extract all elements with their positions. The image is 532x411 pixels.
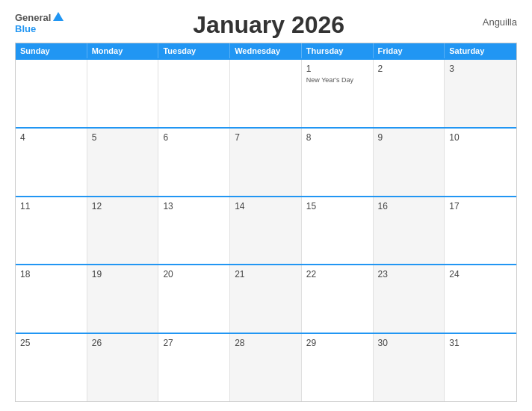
day-number: 3 xyxy=(449,64,512,74)
day-header-friday: Friday xyxy=(374,43,445,58)
day-cell: 15 xyxy=(302,197,374,265)
day-cell: 20 xyxy=(158,265,230,333)
week-row-1: 1New Year's Day23 xyxy=(16,58,516,127)
page: General Blue January 2026 Anguilla Sunda… xyxy=(0,0,532,411)
day-cell: 19 xyxy=(87,265,159,333)
day-number: 22 xyxy=(306,269,368,279)
day-header-sunday: Sunday xyxy=(16,43,87,58)
day-cell: 3 xyxy=(445,60,516,127)
day-number: 12 xyxy=(92,201,154,211)
day-cell: 6 xyxy=(158,129,230,196)
day-cell: 8 xyxy=(302,129,374,196)
day-number: 2 xyxy=(378,64,440,74)
day-cell: 30 xyxy=(374,334,445,401)
day-cell: 12 xyxy=(87,197,159,265)
week-row-4: 18192021222324 xyxy=(16,264,516,333)
day-cell: 16 xyxy=(374,197,445,265)
day-cell: 10 xyxy=(445,129,516,196)
day-number: 7 xyxy=(235,132,297,143)
day-cell: 23 xyxy=(374,265,445,333)
day-number: 5 xyxy=(92,132,154,143)
calendar: SundayMondayTuesdayWednesdayThursdayFrid… xyxy=(15,43,517,402)
logo-blue: Blue xyxy=(15,24,36,34)
day-cell: 25 xyxy=(16,334,87,401)
day-cell: 7 xyxy=(230,129,302,196)
day-cell: 29 xyxy=(302,334,374,401)
day-cell: 9 xyxy=(374,129,445,196)
day-number: 9 xyxy=(378,132,440,143)
logo-icon xyxy=(52,10,65,24)
day-cell: 31 xyxy=(445,334,516,401)
day-number: 8 xyxy=(306,132,368,143)
day-number: 15 xyxy=(306,201,368,211)
day-cell xyxy=(230,60,302,127)
day-headers: SundayMondayTuesdayWednesdayThursdayFrid… xyxy=(16,43,516,58)
day-cell: 4 xyxy=(16,129,87,196)
day-number: 4 xyxy=(20,132,82,143)
week-row-5: 25262728293031 xyxy=(16,333,516,401)
day-cell: 1New Year's Day xyxy=(302,60,374,127)
day-number: 30 xyxy=(378,338,440,348)
day-number: 31 xyxy=(449,338,512,348)
day-number: 21 xyxy=(235,269,297,279)
day-header-tuesday: Tuesday xyxy=(158,43,230,58)
day-cell xyxy=(158,60,230,127)
day-number: 27 xyxy=(163,338,225,348)
day-number: 14 xyxy=(235,201,297,211)
day-cell: 18 xyxy=(16,265,87,333)
day-cell: 21 xyxy=(230,265,302,333)
day-header-saturday: Saturday xyxy=(445,43,516,58)
day-number: 19 xyxy=(92,269,154,279)
day-cell: 24 xyxy=(445,265,516,333)
day-cell: 14 xyxy=(230,197,302,265)
day-number: 10 xyxy=(449,132,512,143)
day-number: 24 xyxy=(449,269,512,279)
day-header-wednesday: Wednesday xyxy=(230,43,302,58)
day-number: 23 xyxy=(378,269,440,279)
svg-marker-0 xyxy=(53,12,64,21)
day-header-thursday: Thursday xyxy=(302,43,374,58)
day-number: 17 xyxy=(449,201,512,211)
week-row-3: 11121314151617 xyxy=(16,196,516,265)
day-cell xyxy=(16,60,87,127)
day-cell: 2 xyxy=(374,60,445,127)
logo: General Blue xyxy=(15,12,65,34)
day-number: 20 xyxy=(163,269,225,279)
day-number: 13 xyxy=(163,201,225,211)
week-row-2: 45678910 xyxy=(16,127,516,196)
day-cell: 28 xyxy=(230,334,302,401)
day-cell: 22 xyxy=(302,265,374,333)
day-cell xyxy=(87,60,159,127)
month-title: January 2026 xyxy=(65,12,472,38)
day-number: 6 xyxy=(163,132,225,143)
day-number: 25 xyxy=(20,338,82,348)
day-number: 29 xyxy=(306,338,368,348)
day-number: 18 xyxy=(20,269,82,279)
day-cell: 13 xyxy=(158,197,230,265)
day-number: 26 xyxy=(92,338,154,348)
day-cell: 27 xyxy=(158,334,230,401)
day-cell: 11 xyxy=(16,197,87,265)
day-number: 11 xyxy=(20,201,82,211)
day-number: 16 xyxy=(378,201,440,211)
day-cell: 17 xyxy=(445,197,516,265)
day-number: 1 xyxy=(306,64,368,74)
day-header-monday: Monday xyxy=(87,43,159,58)
day-number: 28 xyxy=(235,338,297,348)
country-label: Anguilla xyxy=(472,12,517,28)
logo-general: General xyxy=(15,13,51,23)
header: General Blue January 2026 Anguilla xyxy=(15,12,517,38)
day-cell: 26 xyxy=(87,334,159,401)
weeks: 1New Year's Day2345678910111213141516171… xyxy=(16,58,516,401)
day-cell: 5 xyxy=(87,129,159,196)
holiday-label: New Year's Day xyxy=(306,76,368,84)
